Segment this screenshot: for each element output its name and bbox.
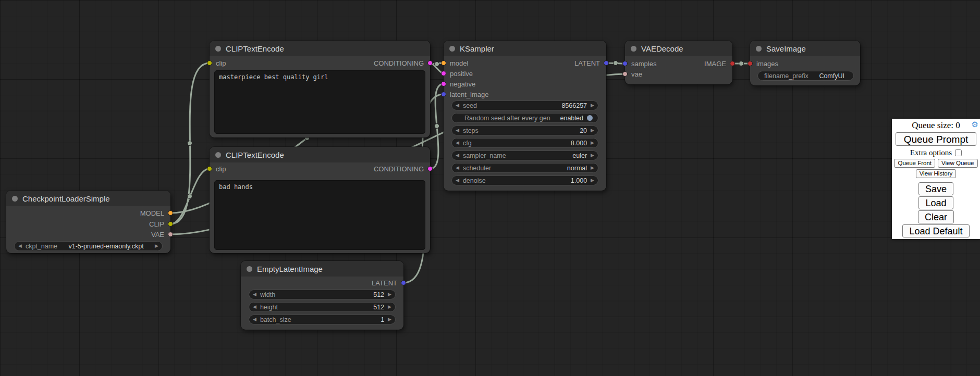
collapse-dot-icon[interactable]: [756, 46, 762, 52]
slot-row: clip CONDITIONING: [210, 164, 430, 174]
collapse-dot-icon[interactable]: [247, 266, 252, 272]
view-history-row: View History: [892, 169, 980, 178]
collapse-dot-icon[interactable]: [215, 46, 221, 52]
node-ksampler[interactable]: KSampler model LATENT positive negative …: [444, 41, 606, 191]
load-default-button[interactable]: Load Default: [902, 224, 969, 237]
node-title-bar[interactable]: KSampler: [444, 41, 606, 56]
node-title-bar[interactable]: CheckpointLoaderSimple: [6, 191, 170, 206]
widget-label: height: [260, 304, 278, 311]
latent-output-port[interactable]: [604, 60, 609, 66]
load-button[interactable]: Load: [918, 196, 953, 209]
decrement-arrow-icon[interactable]: ◀: [456, 128, 459, 133]
node-title: EmptyLatentImage: [257, 265, 323, 273]
vae-input-port[interactable]: [622, 71, 628, 77]
ckpt-name-widget[interactable]: ◀ ckpt_name v1-5-pruned-emaonly.ckpt ▶: [14, 241, 163, 251]
filename-prefix-widget[interactable]: filename_prefix ComfyUI: [757, 71, 854, 81]
increment-arrow-icon[interactable]: ▶: [388, 292, 391, 297]
node-save-image[interactable]: SaveImage images filename_prefix ComfyUI: [750, 41, 860, 85]
graph-canvas[interactable]: CheckpointLoaderSimple MODEL CLIP VAE ◀ …: [0, 0, 980, 376]
node-empty-latent-image[interactable]: EmptyLatentImage LATENT ◀ width 512 ▶ ◀ …: [241, 261, 403, 330]
clip-input-port[interactable]: [207, 166, 212, 171]
node-title-bar[interactable]: EmptyLatentImage: [241, 261, 403, 277]
increment-arrow-icon[interactable]: ▶: [591, 141, 594, 145]
toggle-dot-icon[interactable]: [587, 115, 593, 121]
node-title-bar[interactable]: CLIPTextEncode: [210, 147, 430, 162]
cfg-widget[interactable]: ◀ cfg 8.000 ▶: [451, 138, 598, 148]
positive-input-port[interactable]: [441, 71, 446, 76]
conditioning-output-port[interactable]: [427, 166, 433, 171]
increment-arrow-icon[interactable]: ▶: [591, 153, 594, 158]
clear-button[interactable]: Clear: [918, 210, 954, 223]
decrement-arrow-icon[interactable]: ◀: [456, 178, 459, 183]
increment-arrow-icon[interactable]: ▶: [591, 103, 594, 108]
samples-input-port[interactable]: [622, 61, 628, 66]
width-widget[interactable]: ◀ width 512 ▶: [249, 290, 396, 299]
model-input-port[interactable]: [441, 60, 446, 66]
increment-arrow-icon[interactable]: ▶: [388, 317, 391, 322]
latent-image-input-port[interactable]: [441, 92, 446, 97]
decrement-arrow-icon[interactable]: ◀: [253, 292, 256, 297]
node-vae-decode[interactable]: VAEDecode samples IMAGE vae: [625, 41, 732, 84]
negative-prompt-textarea[interactable]: bad hands: [214, 180, 425, 250]
collapse-dot-icon[interactable]: [449, 46, 455, 52]
conditioning-output-port[interactable]: [427, 60, 433, 66]
decrement-arrow-icon[interactable]: ◀: [253, 305, 256, 309]
view-queue-button[interactable]: View Queue: [938, 159, 977, 168]
images-input-port[interactable]: [748, 61, 753, 66]
slot-row: clip CONDITIONING: [210, 58, 430, 68]
input-label: latent_image: [450, 91, 488, 98]
output-label: CONDITIONING: [374, 59, 424, 67]
extra-options-checkbox[interactable]: [955, 149, 962, 156]
decrement-arrow-icon[interactable]: ◀: [456, 166, 459, 170]
negative-input-port[interactable]: [441, 81, 446, 86]
widget-value: v1-5-pruned-emaonly.ckpt: [68, 243, 143, 250]
node-clip-text-encode-negative[interactable]: CLIPTextEncode clip CONDITIONING bad han…: [210, 147, 430, 253]
decrement-arrow-icon[interactable]: ◀: [253, 317, 256, 322]
decrement-arrow-icon[interactable]: ◀: [456, 141, 459, 145]
view-history-button[interactable]: View History: [916, 169, 957, 178]
batch-size-widget[interactable]: ◀ batch_size 1 ▶: [249, 315, 396, 324]
collapse-dot-icon[interactable]: [631, 46, 636, 52]
decrement-arrow-icon[interactable]: ◀: [18, 244, 22, 248]
node-title-bar[interactable]: SaveImage: [750, 41, 860, 56]
output-label: CLIP: [149, 220, 164, 228]
increment-arrow-icon[interactable]: ▶: [591, 166, 594, 170]
node-checkpoint-loader[interactable]: CheckpointLoaderSimple MODEL CLIP VAE ◀ …: [6, 191, 170, 253]
collapse-dot-icon[interactable]: [215, 152, 221, 158]
collapse-dot-icon[interactable]: [12, 196, 18, 202]
vae-output-port[interactable]: [168, 232, 173, 237]
random-seed-toggle-widget[interactable]: Random seed after every gen enabled: [451, 113, 598, 123]
clip-output-port[interactable]: [168, 221, 173, 227]
queue-prompt-button[interactable]: Queue Prompt: [896, 132, 976, 146]
node-title-bar[interactable]: VAEDecode: [625, 41, 732, 56]
increment-arrow-icon[interactable]: ▶: [388, 305, 391, 309]
node-clip-text-encode-positive[interactable]: CLIPTextEncode clip CONDITIONING masterp…: [210, 41, 430, 137]
seed-widget[interactable]: ◀ seed 8566257 ▶: [451, 101, 598, 110]
increment-arrow-icon[interactable]: ▶: [591, 128, 594, 133]
input-label: positive: [450, 70, 473, 78]
increment-arrow-icon[interactable]: ▶: [591, 178, 594, 183]
save-button[interactable]: Save: [918, 182, 953, 195]
model-output-port[interactable]: [168, 210, 173, 216]
link-dot: [435, 124, 439, 129]
scheduler-widget[interactable]: ◀ scheduler normal ▶: [451, 163, 598, 173]
extra-options-row: Extra options: [892, 148, 980, 157]
image-output-port[interactable]: [730, 61, 735, 66]
positive-prompt-textarea[interactable]: masterpiece best quality girl: [214, 70, 425, 134]
denoise-widget[interactable]: ◀ denoise 1.000 ▶: [451, 176, 598, 185]
gear-icon[interactable]: ⚙: [972, 120, 978, 129]
link-dot: [614, 61, 618, 66]
latent-output-port[interactable]: [401, 280, 406, 285]
height-widget[interactable]: ◀ height 512 ▶: [249, 302, 396, 312]
steps-widget[interactable]: ◀ steps 20 ▶: [451, 126, 598, 135]
output-row: CLIP: [6, 219, 170, 229]
link-dot: [739, 61, 744, 66]
increment-arrow-icon[interactable]: ▶: [155, 244, 158, 248]
clip-input-port[interactable]: [207, 60, 212, 66]
decrement-arrow-icon[interactable]: ◀: [456, 103, 459, 108]
node-title-bar[interactable]: CLIPTextEncode: [210, 41, 430, 56]
queue-size-label: Queue size: 0: [912, 120, 960, 130]
sampler-name-widget[interactable]: ◀ sampler_name euler ▶: [451, 151, 598, 160]
queue-front-button[interactable]: Queue Front: [894, 159, 935, 168]
decrement-arrow-icon[interactable]: ◀: [456, 153, 459, 158]
